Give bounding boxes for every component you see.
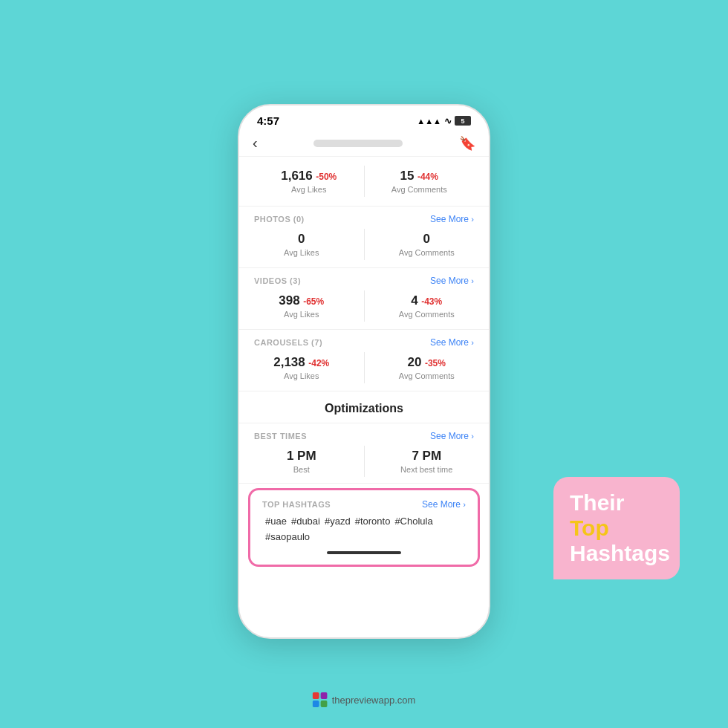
- carousels-title: CAROUSELS (7): [254, 338, 322, 347]
- watermark-text: thepreviewapp.com: [332, 695, 416, 706]
- main-stats-section: 1,616 -50% Avg Likes 15 -44% Avg Comment…: [239, 157, 489, 207]
- carousels-avg-comments: 20 -35% Avg Comments: [364, 352, 490, 383]
- status-time: 4:57: [257, 114, 279, 127]
- videos-avg-comments: 4 -43% Avg Comments: [364, 290, 490, 322]
- label-line3: Hashtags: [570, 541, 663, 566]
- photos-chevron-icon: ›: [471, 215, 474, 224]
- carousels-see-more[interactable]: See More ›: [430, 337, 474, 348]
- label-card: Their Top Hashtags: [553, 477, 680, 579]
- carousels-header: CAROUSELS (7) See More ›: [239, 330, 489, 352]
- battery-icon: 5: [455, 116, 471, 126]
- bookmark-icon[interactable]: 🔖: [459, 135, 475, 152]
- watermark-logo-icon: [313, 692, 328, 707]
- svg-rect-3: [321, 701, 328, 707]
- svg-rect-2: [313, 701, 319, 707]
- main-avg-likes-value: 1,616 -50%: [254, 169, 364, 183]
- best-times-chevron-icon: ›: [471, 432, 474, 441]
- top-hashtags-section: TOP HASHTAGS See More › #uae #dubai #yaz…: [248, 488, 480, 567]
- optimizations-heading: Optimizations: [239, 391, 489, 423]
- videos-section: VIDEOS (3) See More › 398 -65% Avg Likes: [239, 268, 489, 330]
- carousels-chevron-icon: ›: [471, 338, 474, 347]
- photos-see-more[interactable]: See More ›: [430, 214, 474, 224]
- profile-title-blurred: [313, 140, 403, 147]
- hashtag-uae: #uae: [265, 516, 287, 527]
- hashtag-list: #uae #dubai #yazd #toronto #Cholula #sao…: [259, 511, 469, 547]
- label-line2: Top: [570, 516, 663, 541]
- nav-bar: ‹ 🔖: [239, 130, 489, 157]
- photos-stats-row: 0 Avg Likes 0 Avg Comments: [239, 229, 489, 260]
- back-button[interactable]: ‹: [253, 134, 258, 152]
- hashtags-chevron-icon: ›: [463, 500, 466, 509]
- best-time-2: 7 PM Next best time: [364, 446, 490, 477]
- carousels-avg-likes-val: 2,138 -42%: [239, 355, 364, 370]
- hashtags-see-more[interactable]: See More ›: [422, 499, 466, 510]
- hashtag-saopaulo: #saopaulo: [265, 531, 310, 542]
- best-time-1: 1 PM Best: [239, 446, 364, 477]
- status-icons: ▲▲▲ ∿ 5: [417, 116, 471, 126]
- photos-avg-comments: 0 Avg Comments: [364, 229, 490, 260]
- videos-header: VIDEOS (3) See More ›: [239, 268, 489, 290]
- best-times-row: 1 PM Best 7 PM Next best time: [239, 446, 489, 477]
- hashtag-cholula: #Cholula: [394, 516, 432, 527]
- best-times-see-more[interactable]: See More ›: [430, 431, 474, 441]
- svg-rect-1: [321, 692, 328, 699]
- main-avg-comments-label: Avg Comments: [365, 185, 475, 194]
- photos-avg-likes: 0 Avg Likes: [239, 229, 364, 260]
- phone-frame: 4:57 ▲▲▲ ∿ 5 ‹ 🔖 1,616 -50%: [238, 104, 490, 639]
- best-times-header: BEST TIMES See More ›: [239, 423, 489, 446]
- main-avg-comments: 15 -44% Avg Comments: [364, 166, 475, 197]
- hashtags-title: TOP HASHTAGS: [262, 500, 331, 509]
- photos-section: PHOTOS (0) See More › 0 Avg Likes 0 Avg …: [239, 207, 489, 268]
- phone-content: 1,616 -50% Avg Likes 15 -44% Avg Comment…: [239, 157, 489, 622]
- carousels-avg-likes: 2,138 -42% Avg Likes: [239, 352, 364, 383]
- videos-chevron-icon: ›: [471, 276, 474, 285]
- videos-title: VIDEOS (3): [254, 276, 301, 285]
- hashtag-dubai: #dubai: [291, 516, 320, 527]
- videos-stats-row: 398 -65% Avg Likes 4 -43% Avg Comments: [239, 290, 489, 322]
- best-times-title: BEST TIMES: [254, 432, 307, 441]
- hashtag-yazd: #yazd: [325, 516, 351, 527]
- carousels-avg-comments-val: 20 -35%: [365, 355, 490, 370]
- signal-icon: ▲▲▲: [417, 117, 441, 126]
- carousels-section: CAROUSELS (7) See More › 2,138 -42% Avg …: [239, 330, 489, 391]
- videos-avg-likes-val: 398 -65%: [239, 293, 364, 308]
- label-line1: Their: [570, 490, 663, 516]
- wifi-icon: ∿: [444, 116, 452, 126]
- scene: 4:57 ▲▲▲ ∿ 5 ‹ 🔖 1,616 -50%: [0, 0, 728, 728]
- best-times-section: BEST TIMES See More › 1 PM Best 7 PM Nex…: [239, 423, 489, 484]
- hashtag-toronto: #toronto: [355, 516, 391, 527]
- videos-avg-comments-val: 4 -43%: [365, 293, 490, 308]
- main-stats-row: 1,616 -50% Avg Likes 15 -44% Avg Comment…: [254, 166, 474, 197]
- photos-title: PHOTOS (0): [254, 215, 305, 224]
- main-avg-comments-value: 15 -44%: [365, 169, 475, 183]
- main-avg-likes-label: Avg Likes: [254, 185, 364, 194]
- svg-rect-0: [313, 692, 319, 699]
- home-indicator: [327, 551, 401, 554]
- carousels-stats-row: 2,138 -42% Avg Likes 20 -35% Avg Comment…: [239, 352, 489, 383]
- hashtags-header: TOP HASHTAGS See More ›: [259, 496, 469, 511]
- videos-see-more[interactable]: See More ›: [430, 276, 474, 286]
- videos-avg-likes: 398 -65% Avg Likes: [239, 290, 364, 322]
- status-bar: 4:57 ▲▲▲ ∿ 5: [239, 105, 489, 130]
- photos-header: PHOTOS (0) See More ›: [239, 207, 489, 229]
- main-avg-likes: 1,616 -50% Avg Likes: [254, 166, 364, 197]
- watermark: thepreviewapp.com: [313, 692, 416, 707]
